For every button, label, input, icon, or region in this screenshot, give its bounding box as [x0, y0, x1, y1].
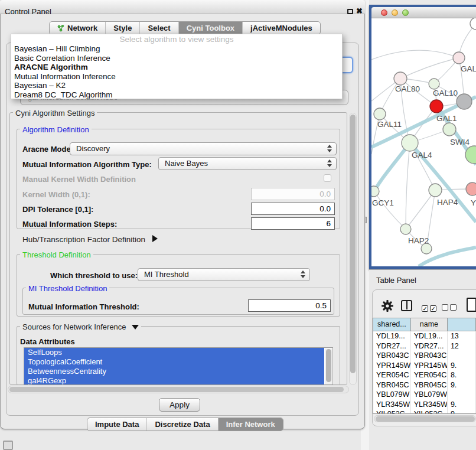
screen: Control Panel ✖ Network Style Select Cyn…	[0, 0, 476, 450]
table-row[interactable]: YDL19...YDL19...13	[373, 331, 476, 341]
table-row[interactable]: YBL079WYBL079W	[373, 390, 476, 400]
column-header-shared[interactable]: shared...	[373, 318, 411, 331]
mi-steps-field[interactable]: 6	[251, 217, 335, 230]
cyni-settings-title: Cyni Algorithm Settings	[13, 109, 97, 118]
algorithm-option-selected[interactable]: ARACNE Algorithm	[11, 63, 342, 72]
mi-threshold-field[interactable]: 0.5	[248, 299, 331, 312]
table-horizontal-scrollbar[interactable]	[374, 415, 476, 422]
cyni-subtabs: Impute Data Discretize Data Infer Networ…	[87, 418, 283, 431]
table-panel-title: Table Panel	[376, 276, 416, 285]
sources-title[interactable]: Sources for Network Inference	[20, 322, 141, 331]
close-icon[interactable]: ✖	[356, 6, 363, 15]
tab-network[interactable]: Network	[50, 22, 105, 34]
columns-icon[interactable]	[401, 300, 412, 311]
node-gal10[interactable]	[429, 79, 439, 89]
kernel-width-label: Kernel Width (0,1):	[22, 190, 90, 199]
tab-discretize-data[interactable]: Discretize Data	[146, 418, 217, 431]
network-canvas[interactable]: GAL GAL80 GAL10 GAL1 GAL11 SWI4 GAL4 GCY…	[371, 18, 476, 266]
table-row-clipped[interactable]: YIL052CYIL052C9.	[373, 409, 476, 414]
data-attributes-label: Data Attributes	[20, 337, 75, 346]
collapse-arrow-icon[interactable]	[152, 235, 158, 242]
restore-icon[interactable]	[347, 9, 353, 14]
scrollbar-thumb[interactable]	[350, 115, 356, 373]
node-attribute-table[interactable]: shared... name YDL19...YDL19...13 YDR27.…	[373, 318, 476, 414]
scrollbar-thumb[interactable]	[376, 416, 475, 422]
list-scrollbar[interactable]	[325, 348, 332, 385]
node-label: GAL	[461, 64, 476, 73]
checked-boxes-icon[interactable]: ✓✓	[422, 302, 438, 313]
expand-arrow-icon[interactable]	[132, 325, 139, 330]
network-window-titlebar[interactable]	[371, 7, 476, 18]
data-attributes-list[interactable]: SelfLoops TopologicalCoefficient Between…	[24, 347, 333, 385]
manual-kernel-width-checkbox[interactable]	[324, 174, 331, 182]
zoom-traffic-light-icon[interactable]	[402, 9, 409, 16]
mi-algorithm-type-combo[interactable]: Naive Bayes	[158, 157, 337, 170]
node[interactable]	[470, 18, 476, 30]
close-traffic-light-icon[interactable]	[381, 9, 387, 16]
network-tab-icon	[57, 25, 64, 32]
algorithm-option[interactable]: Bayesian – K2	[11, 81, 342, 90]
table-row[interactable]: YBR045CYBR045C9.	[373, 380, 476, 390]
algorithm-option[interactable]: Basic Correlation Inference	[11, 54, 342, 63]
algorithm-option[interactable]: Bayesian – Hill Climbing	[11, 44, 342, 54]
scrollbar-thumb[interactable]	[326, 349, 331, 382]
node[interactable]	[457, 94, 472, 109]
node-gal1[interactable]	[430, 100, 443, 113]
kernel-width-field[interactable]: 0.0	[251, 188, 335, 200]
float-panel-icon[interactable]	[3, 441, 13, 450]
gear-icon[interactable]	[381, 299, 394, 315]
table-row[interactable]: YBR043CYBR043C	[373, 351, 476, 361]
node-gal11[interactable]	[374, 108, 386, 120]
settings-vertical-scrollbar[interactable]	[349, 113, 357, 385]
node-gal80[interactable]	[394, 72, 407, 85]
tab-infer-network[interactable]: Infer Network	[218, 418, 283, 431]
node-gcy1[interactable]	[371, 186, 379, 197]
table-row[interactable]: YER054CYER054C8.	[373, 370, 476, 380]
node-swi4[interactable]	[443, 123, 456, 136]
list-item[interactable]: BetweennessCentrality	[24, 367, 324, 376]
combo-spinner-icon	[327, 159, 332, 167]
which-threshold-combo[interactable]: MI Threshold	[138, 268, 310, 281]
node[interactable]	[466, 182, 476, 195]
table-row[interactable]: YPR145WYPR145W9.	[373, 361, 476, 371]
tab-cyni-toolbox[interactable]: Cyni Toolbox	[178, 22, 242, 34]
tab-select[interactable]: Select	[139, 22, 178, 34]
node[interactable]	[453, 52, 465, 64]
control-panel-tabbar: Network Style Select Cyni Toolbox jActiv…	[49, 21, 321, 35]
table-row[interactable]: YDR27...YDR27...12	[373, 341, 476, 351]
column-header-name[interactable]: name	[411, 318, 448, 331]
settings-horizontal-scrollbar[interactable]	[8, 386, 349, 393]
tab-style[interactable]: Style	[105, 22, 139, 34]
minimize-traffic-light-icon[interactable]	[392, 9, 398, 16]
new-document-icon[interactable]	[467, 298, 476, 312]
unchecked-boxes-icon[interactable]	[442, 302, 458, 313]
node-hap4[interactable]	[429, 184, 442, 197]
dpi-tolerance-label: DPI Tolerance [0,1]:	[22, 205, 93, 214]
tab-jactivemnodules[interactable]: jActiveMNodules	[242, 22, 320, 34]
column-header-clipped[interactable]	[448, 318, 476, 331]
window-title: Control Panel	[5, 7, 51, 16]
node-label: SWI4	[450, 138, 470, 146]
node-gal4[interactable]	[402, 135, 418, 151]
dpi-tolerance-field[interactable]: 0.0	[251, 203, 335, 215]
tab-label: Network	[67, 22, 97, 34]
list-item[interactable]: SelfLoops	[24, 348, 324, 357]
list-item[interactable]: gal4RGexp	[24, 376, 324, 385]
algorithm-option[interactable]: Mutual Information Inference	[11, 72, 342, 81]
table-header-row: shared... name	[373, 318, 476, 331]
node-label: GAL4	[412, 151, 432, 159]
hub-definition-toggle[interactable]: Hub/Transcription Factor Definition	[22, 235, 158, 244]
table-row[interactable]: YLR345WYLR345W9.	[373, 400, 476, 410]
combo-spinner-icon	[301, 270, 305, 278]
dropdown-prompt: Select algorithm to view settings	[11, 35, 342, 44]
list-item[interactable]: TopologicalCoefficient	[24, 357, 324, 367]
scrollbar-thumb[interactable]	[9, 387, 344, 392]
apply-button[interactable]: Apply	[159, 398, 200, 412]
algorithm-option[interactable]: Dream8 DC_TDC Algorithm	[11, 90, 342, 100]
tab-impute-data[interactable]: Impute Data	[87, 418, 146, 431]
control-panel-titlebar[interactable]	[0, 0, 365, 14]
aracne-mode-combo[interactable]: Discovery	[70, 142, 337, 155]
node-hap2[interactable]	[400, 224, 411, 234]
threshold-definition-title: Threshold Definition	[20, 250, 93, 259]
node-label: HAP4	[437, 198, 458, 207]
